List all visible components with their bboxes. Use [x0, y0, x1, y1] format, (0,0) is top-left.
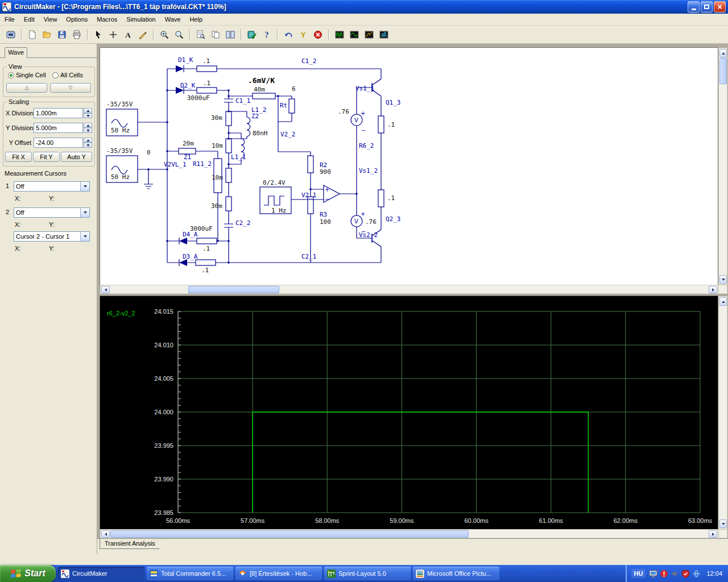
- schematic-label[interactable]: 30m: [211, 114, 222, 122]
- schematic-label[interactable]: .1: [202, 57, 210, 65]
- schematic-label[interactable]: 3000uF: [187, 94, 210, 102]
- schematic-label[interactable]: 6: [292, 85, 296, 93]
- tile-windows-button[interactable]: [224, 28, 237, 41]
- taskbar-task-circuitmaker[interactable]: CircuitMaker: [58, 567, 144, 580]
- x-division-input[interactable]: [34, 108, 83, 118]
- scrollbar-thumb[interactable]: [719, 58, 727, 84]
- schematic-label[interactable]: 50 Hz: [111, 173, 130, 181]
- maximize-button[interactable]: [701, 1, 713, 13]
- schematic-label[interactable]: −: [361, 127, 366, 134]
- schematic-label[interactable]: Rt: [280, 102, 287, 109]
- schematic-label[interactable]: .1: [387, 121, 395, 128]
- menu-wave[interactable]: Wave: [160, 14, 185, 24]
- minimize-button[interactable]: [688, 1, 700, 13]
- help-button[interactable]: ?: [260, 28, 274, 41]
- schematic-label[interactable]: R3: [320, 211, 327, 218]
- schematic-label[interactable]: .6mV/K: [248, 76, 275, 85]
- stop-simulation-button[interactable]: [311, 28, 325, 41]
- plus-tool-button[interactable]: [106, 28, 120, 41]
- schematic-label[interactable]: .1: [387, 194, 395, 202]
- schematic-label[interactable]: .76: [338, 108, 349, 115]
- schematic-label[interactable]: 50 Hz: [111, 127, 130, 134]
- spin-up-button[interactable]: [84, 123, 92, 128]
- scroll-right-button[interactable]: [709, 286, 717, 293]
- schematic-label[interactable]: C1_1: [235, 97, 251, 105]
- cursor-difference-select[interactable]: Cursor 2 - Cursor 1: [14, 231, 90, 242]
- taskbar-task-office-picture[interactable]: Microsoft Office Pictu...: [413, 567, 499, 580]
- schematic-label[interactable]: V2VL_1: [164, 161, 187, 168]
- waveform-plot[interactable]: 56.00ms57.00ms58.00ms59.00ms60.00ms61.00…: [100, 296, 718, 529]
- schematic-label[interactable]: 80nH: [253, 130, 268, 137]
- simulation-check-button[interactable]: [245, 28, 259, 41]
- language-indicator[interactable]: HU: [631, 569, 646, 578]
- schematic-vertical-scrollbar[interactable]: [718, 48, 727, 285]
- schematic-label[interactable]: C2_1: [301, 253, 317, 260]
- schematic-label[interactable]: −: [325, 196, 329, 202]
- scope-xy-button[interactable]: [362, 28, 376, 41]
- scroll-down-button[interactable]: [719, 519, 727, 528]
- scope-settings-button[interactable]: [377, 28, 391, 41]
- volume-icon[interactable]: [671, 569, 679, 578]
- spin-down-button[interactable]: [84, 143, 92, 148]
- chevron-down-icon[interactable]: [80, 232, 89, 241]
- menu-edit[interactable]: Edit: [19, 14, 39, 24]
- radio-single-cell[interactable]: Single Cell: [8, 72, 46, 78]
- scope-analog-button[interactable]: [348, 28, 361, 41]
- schematic-canvas[interactable]: D1_K.1D2_K.13000uFC1_1C1_2.6mV/K40m6RtL1…: [100, 48, 718, 285]
- schematic-label[interactable]: Vs1_2: [359, 167, 378, 174]
- schematic-label[interactable]: C2_2: [235, 219, 251, 227]
- spin-up-button[interactable]: [84, 138, 92, 143]
- spin-up-button[interactable]: [84, 108, 92, 113]
- status-icon[interactable]: [649, 569, 657, 578]
- schematic-label[interactable]: −: [361, 228, 366, 235]
- scroll-up-button[interactable]: [719, 297, 727, 306]
- radio-single-cell-circle[interactable]: [8, 72, 14, 78]
- y-division-input[interactable]: [34, 123, 83, 133]
- taskbar-task-ertesitesek[interactable]: [8] Értesítések - Hob...: [235, 567, 322, 580]
- schematic-label[interactable]: 100: [320, 218, 331, 226]
- waveform-horizontal-scrollbar[interactable]: [100, 529, 718, 538]
- schematic-label[interactable]: Q1_3: [386, 99, 401, 106]
- menu-view[interactable]: View: [39, 14, 62, 24]
- radio-all-cells-circle[interactable]: [52, 72, 59, 78]
- menu-macros[interactable]: Macros: [92, 14, 122, 24]
- schematic-label[interactable]: 1 Hz: [271, 207, 287, 214]
- scrollbar-thumb[interactable]: [110, 530, 469, 538]
- schematic-label[interactable]: R11_2: [193, 160, 212, 168]
- zoom-tool-button[interactable]: [172, 28, 186, 41]
- copy-page-button[interactable]: [209, 28, 222, 41]
- menu-options[interactable]: Options: [61, 14, 92, 24]
- schematic-label[interactable]: R6_2: [359, 142, 374, 149]
- cursor-2-select[interactable]: Off: [14, 207, 90, 218]
- scroll-right-button[interactable]: [709, 530, 717, 538]
- print-button[interactable]: [70, 28, 84, 41]
- fit-y-button[interactable]: Fit Y: [33, 152, 60, 162]
- wire-tool-button[interactable]: [136, 28, 150, 41]
- schematic-label[interactable]: L1_1: [231, 153, 246, 161]
- probe-tool-button[interactable]: Y: [296, 28, 310, 41]
- schematic-label[interactable]: 20m: [183, 140, 194, 147]
- schematic-label[interactable]: 40m: [254, 86, 265, 93]
- schematic-label[interactable]: D3_A: [183, 253, 198, 260]
- schematic-label[interactable]: Z1: [184, 153, 191, 161]
- schematic-label[interactable]: V2_2: [280, 131, 296, 138]
- taskbar-task-total-commander[interactable]: Total Commander 6.5...: [147, 567, 233, 580]
- save-button[interactable]: [55, 28, 69, 41]
- zoom-window-button[interactable]: [158, 28, 171, 41]
- scroll-left-button[interactable]: [101, 530, 110, 538]
- trace-name-label[interactable]: r6_2-v2_2: [107, 310, 135, 317]
- schematic-label[interactable]: C1_2: [301, 57, 317, 65]
- scroll-down-button[interactable]: [719, 275, 727, 284]
- tab-transient-analysis[interactable]: Transient Analysis: [100, 539, 166, 549]
- radio-all-cells[interactable]: All Cells: [52, 72, 83, 78]
- open-folder-button[interactable]: [40, 28, 54, 41]
- schematic-label[interactable]: V2_1: [301, 192, 317, 199]
- auto-y-button[interactable]: Auto Y: [61, 152, 92, 162]
- scroll-left-button[interactable]: [101, 286, 110, 293]
- schematic-label[interactable]: Vs1_1: [355, 85, 374, 92]
- schematic-label[interactable]: 900: [320, 168, 331, 176]
- schematic-label[interactable]: 10m: [212, 142, 223, 149]
- next-cell-button[interactable]: ▽: [50, 83, 91, 93]
- schematic-label[interactable]: .1: [202, 245, 210, 252]
- schematic-label[interactable]: Q2_3: [386, 215, 401, 223]
